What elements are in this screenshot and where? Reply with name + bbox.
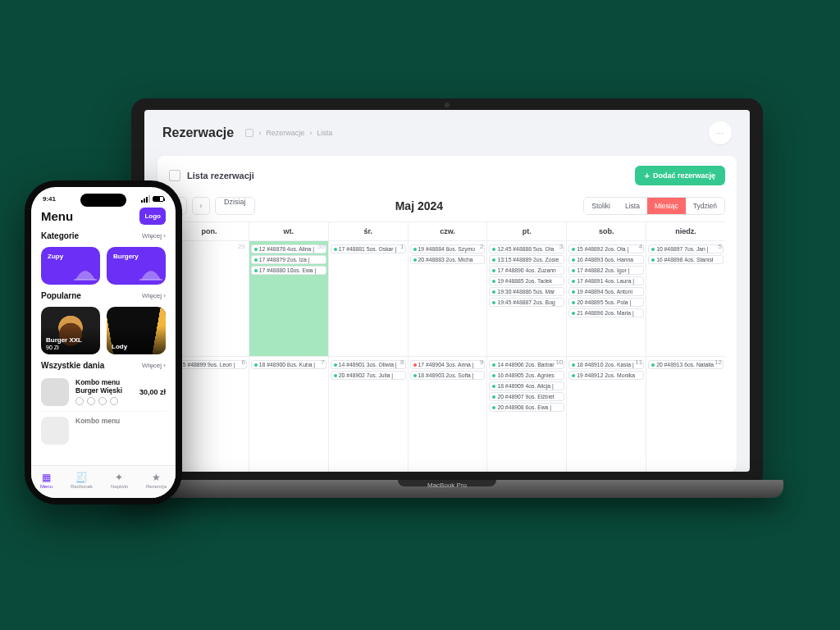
breadcrumb-item[interactable]: Rezerwacje — [266, 129, 304, 137]
day-number: 11 — [635, 358, 642, 366]
reservation-chip[interactable]: 19 #48894 5os. Antoni — [568, 287, 644, 296]
popular-row: Burger XXL90 Zł Lody — [31, 302, 176, 359]
laptop-mock: Rezerwacje › Rezerwacje › Lista ··· List… — [131, 98, 763, 509]
calendar-cell[interactable]: 1220 #48913 6os. Natalia — [646, 356, 725, 472]
calendar-cell[interactable]: 718 #48900 8os. Kuba | — [249, 356, 328, 472]
reservation-chip[interactable]: 20 #48895 5os. Pola | — [568, 298, 644, 307]
weekday-label: sob. — [566, 222, 646, 240]
tab-icon: ★ — [150, 472, 162, 483]
logo-badge[interactable]: Logo — [139, 208, 166, 225]
calendar-cell[interactable]: 3012 #48878 4os. Alina |17 #48879 2os. I… — [249, 240, 328, 356]
section-categories-header: Kategorie Więcej — [31, 230, 176, 242]
category-card[interactable]: Burgery — [107, 247, 166, 285]
tab-napiwki[interactable]: ✦Napiwki — [111, 472, 128, 489]
reservation-chip[interactable]: 16 #48898 4os. Stanisł — [648, 255, 724, 264]
day-number: 2 — [480, 243, 483, 250]
calendar-cell[interactable]: 415 #48892 2os. Ola |16 #48893 6os. Hann… — [566, 240, 646, 356]
reservation-chip[interactable]: 15 #48892 2os. Ola | — [568, 244, 644, 253]
breadcrumb-item[interactable]: Lista — [317, 129, 332, 137]
reservation-chip[interactable]: 17 #48890 4os. Zuzann — [489, 266, 564, 275]
weekday-label: wt. — [249, 222, 328, 240]
tab-bar: ▦Menu🧾Rachunek✦Napiwki★Recenzja — [31, 465, 176, 498]
reservation-chip[interactable]: 19 #48884 8os. Szymo — [410, 244, 486, 253]
reservation-chip[interactable]: 14 #48901 3os. Oliwia | — [331, 360, 406, 369]
tab-recenzja[interactable]: ★Recenzja — [146, 472, 167, 489]
day-number: 4 — [639, 243, 642, 250]
battery-icon — [153, 196, 164, 202]
section-popular-header: Popularne Więcej — [31, 290, 176, 302]
current-month-label: Maj 2024 — [260, 199, 579, 212]
all-dishes-more-link[interactable]: Więcej — [142, 362, 166, 369]
dynamic-island-icon — [80, 194, 126, 207]
phone-mock: 9:41 Menu Logo Kategorie Więcej ZupyBurg… — [25, 180, 182, 504]
calendar-cell[interactable]: 814 #48901 3os. Oliwia |20 #48902 7os. J… — [328, 356, 408, 472]
reservation-chip[interactable]: 16 #48893 6os. Hanna — [568, 255, 644, 264]
tab-icon: ▦ — [40, 472, 52, 483]
reservation-chip[interactable]: 12:45 #48888 5os. Ola — [489, 244, 564, 253]
dish-row[interactable]: Kombo menu Burger Więski 30,00 zł — [41, 373, 166, 411]
calendar-weekday-header: pon.wt.śr.czw.pt.sob.niedz. — [169, 221, 725, 240]
popular-card[interactable]: Lody — [107, 307, 166, 354]
day-number: 7 — [321, 358, 324, 366]
reservation-chip[interactable]: 14 #48906 2os. Barbar — [489, 360, 564, 369]
calendar-cell[interactable]: 510 #48897 7os. Jan |16 #48898 4os. Stan… — [646, 240, 725, 356]
reservation-chip[interactable]: 17 #48904 3os. Anna | — [410, 360, 486, 369]
reservation-chip[interactable]: 13:15 #48889 2os. Zosie — [489, 255, 564, 264]
reservations-app: Rezerwacje › Rezerwacje › Lista ··· List… — [144, 110, 750, 472]
reservation-chip[interactable]: 17 #48881 5os. Oskar | — [331, 244, 406, 253]
reservation-chip[interactable]: 17 #48891 4os. Laura | — [568, 276, 644, 285]
reservation-chip[interactable]: 20 #48902 7os. Julia | — [331, 371, 406, 380]
reservation-chip[interactable]: 19:30 #48886 5os. Mar — [489, 287, 564, 296]
day-number: 8 — [400, 358, 404, 366]
breadcrumb: › Rezerwacje › Lista — [245, 129, 332, 137]
panel-title: Lista rezerwacji — [187, 171, 254, 180]
calendar-cell[interactable]: 117 #48881 5os. Oskar | — [328, 240, 408, 356]
reservation-chip[interactable]: 18 #48909 4os. Alicja | — [489, 381, 564, 390]
reservation-chip[interactable]: 17 #48882 2os. Igor | — [568, 266, 644, 275]
panel-header: Lista rezerwacji Dodać rezerwację — [169, 166, 725, 185]
add-reservation-button[interactable]: Dodać rezerwację — [635, 166, 725, 185]
reservation-chip[interactable]: 10 #48897 7os. Jan | — [648, 244, 724, 253]
reservation-chip[interactable]: 19 #48885 2os. Tadek — [489, 276, 564, 285]
reservation-chip[interactable]: 20 #48907 9os. Elżbiet — [489, 392, 564, 401]
reservation-chip[interactable]: 18 #48903 2os. Sofia | — [410, 371, 486, 380]
reservation-chip[interactable]: 17 #48880 10os. Ewa | — [251, 266, 326, 275]
more-menu-button[interactable]: ··· — [709, 121, 732, 144]
home-icon[interactable] — [245, 129, 253, 137]
reservation-chip[interactable]: 16 #48905 2os. Agnies — [489, 371, 564, 380]
today-button[interactable]: Dzisiaj — [215, 197, 255, 215]
calendar-grid: 293012 #48878 4os. Alina |17 #48879 2os.… — [169, 240, 725, 472]
view-lista[interactable]: Lista — [618, 198, 647, 214]
reservation-chip[interactable]: 19:45 #48887 2os. Bog — [489, 298, 564, 307]
view-miesiąc[interactable]: Miesiąc — [647, 198, 686, 214]
popular-more-link[interactable]: Więcej — [142, 292, 166, 299]
categories-row: ZupyBurgery — [31, 242, 176, 290]
reservation-chip[interactable]: 20 #48883 2os. Micha — [410, 255, 486, 264]
reservation-chip[interactable]: 21 #48896 2os. Maria | — [568, 308, 644, 317]
calendar-cell[interactable]: 917 #48904 3os. Anna |18 #48903 2os. Sof… — [408, 356, 487, 472]
next-month-button[interactable]: › — [192, 197, 210, 215]
calendar-cell[interactable]: 219 #48884 8os. Szymo20 #48883 2os. Mich… — [408, 240, 487, 356]
reservation-chip[interactable]: 20 #48913 6os. Natalia — [648, 360, 724, 369]
day-number: 3 — [559, 243, 563, 250]
svg-rect-1 — [139, 279, 162, 281]
reservation-chip[interactable]: 20 #48908 6os. Ewa | — [489, 403, 564, 412]
calendar-cell[interactable]: 312:45 #48888 5os. Ola13:15 #48889 2os. … — [486, 240, 566, 356]
view-tydzień[interactable]: Tydzień — [686, 198, 724, 214]
categories-more-link[interactable]: Więcej — [142, 232, 166, 240]
reservation-chip[interactable]: 15 #48899 9os. Leon | — [171, 360, 247, 369]
view-stoliki[interactable]: Stoliki — [584, 198, 618, 214]
reservation-chip[interactable]: 19 #48912 2os. Monika — [568, 371, 644, 380]
reservation-chip[interactable]: 18 #48910 2os. Kasia | — [568, 360, 644, 369]
dish-row[interactable]: Kombo menu — [41, 411, 166, 450]
tab-rachunek[interactable]: 🧾Rachunek — [71, 472, 93, 489]
phone-header: Menu Logo — [31, 204, 176, 230]
calendar-cell[interactable]: 1014 #48906 2os. Barbar16 #48905 2os. Ag… — [486, 356, 566, 472]
category-card[interactable]: Zupy — [41, 247, 100, 285]
reservation-chip[interactable]: 12 #48878 4os. Alina | — [251, 244, 326, 253]
tab-menu[interactable]: ▦Menu — [40, 472, 52, 489]
reservation-chip[interactable]: 18 #48900 8os. Kuba | — [251, 360, 326, 369]
calendar-cell[interactable]: 1118 #48910 2os. Kasia |19 #48912 2os. M… — [566, 356, 646, 472]
popular-card[interactable]: Burger XXL90 Zł — [41, 307, 100, 354]
reservation-chip[interactable]: 17 #48879 2os. Iza | — [251, 255, 326, 264]
